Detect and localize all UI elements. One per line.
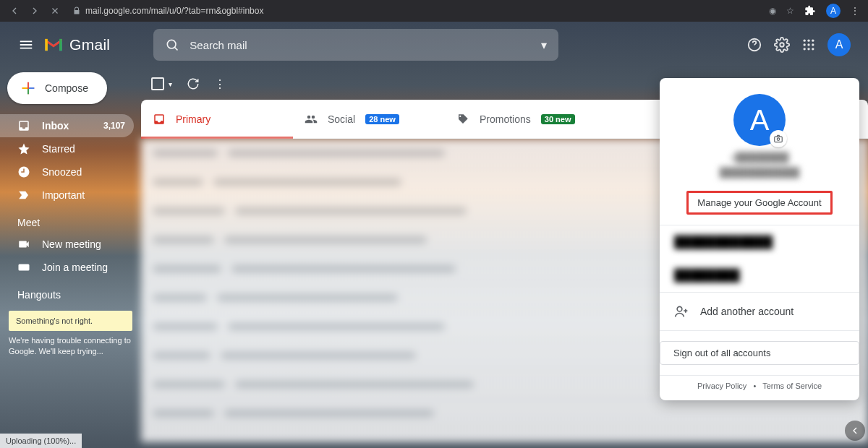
compose-label: Compose [45,82,88,94]
account-avatar[interactable]: A [827,33,851,56]
more-icon[interactable]: ⋮ [214,77,226,91]
clock-icon [17,165,30,178]
svg-point-7 [807,43,809,46]
back-icon[interactable] [6,2,23,20]
browser-toolbar: mail.google.com/mail/u/0/?tab=rm&ogbl#in… [0,0,868,22]
svg-point-2 [780,43,784,47]
select-all-checkbox[interactable]: ▾ [151,77,172,90]
inbox-icon [17,119,30,132]
svg-point-15 [677,306,682,311]
tab-label: Primary [176,113,210,125]
svg-point-14 [777,138,780,141]
sidebar-label: Inbox [42,120,69,132]
svg-rect-12 [19,264,30,271]
browser-profile-avatar[interactable]: A [826,4,841,18]
people-icon [305,113,318,126]
search-bar[interactable]: ▾ [153,29,558,61]
sidebar-item-starred[interactable]: Starred [0,137,134,160]
meet-section-title: Meet [0,207,141,233]
settings-icon[interactable] [774,37,790,53]
gmail-logo[interactable]: Gmail [43,36,110,53]
account-row[interactable]: ████████ [660,259,859,292]
svg-rect-13 [775,137,783,142]
tab-primary[interactable]: Primary [141,100,293,138]
important-icon [17,189,30,202]
url-text: mail.google.com/mail/u/0/?tab=rm&ogbl#in… [85,6,263,16]
sidebar-item-inbox[interactable]: Inbox 3,107 [0,114,134,137]
svg-point-3 [804,40,806,42]
account-name-area: a████████████████████ [660,150,859,188]
svg-point-10 [807,48,809,50]
inbox-count: 3,107 [103,121,125,131]
svg-point-11 [812,48,814,50]
forward-icon[interactable] [26,2,43,20]
new-meeting-button[interactable]: New meeting [0,233,134,256]
terms-link[interactable]: Terms of Service [762,382,822,390]
main-menu-icon[interactable] [12,30,41,59]
sidebar-label: New meeting [42,238,101,250]
address-bar[interactable]: mail.google.com/mail/u/0/?tab=rm&ogbl#in… [72,6,769,16]
sidebar-label: Important [42,189,85,201]
plus-icon [20,80,36,96]
account-avatar-large[interactable]: A [733,94,786,146]
sidebar-item-snoozed[interactable]: Snoozed [0,160,134,184]
join-meeting-button[interactable]: Join a meeting [0,256,134,279]
svg-point-9 [804,48,806,50]
chrome-menu-icon[interactable]: ⋮ [851,6,859,16]
side-panel-toggle[interactable] [845,421,865,441]
tab-label: Social [328,113,355,125]
hangouts-section-title: Hangouts [0,279,141,305]
hangouts-warning: Something's not right. [9,311,132,331]
star-icon [17,142,30,155]
extensions-icon[interactable] [804,5,816,17]
tab-social[interactable]: Social 28 new [293,100,445,138]
sidebar-label: Snoozed [42,166,82,178]
video-icon [17,238,30,251]
compose-button[interactable]: Compose [7,72,107,104]
app-header: Gmail ▾ A [0,22,868,68]
gmail-icon [43,37,64,53]
camera-icon[interactable] [770,130,787,147]
svg-point-8 [812,43,814,46]
manage-account-button[interactable]: Manage your Google Account [686,191,832,215]
svg-point-4 [807,40,809,42]
add-account-label: Add another account [700,306,793,317]
search-icon [165,38,179,52]
status-bar: Uploading (100%)... [0,434,82,448]
sidebar: Compose Inbox 3,107 Starred Snoozed Impo… [0,68,141,448]
privacy-link[interactable]: Privacy Policy [697,382,746,390]
svg-point-0 [168,40,176,48]
star-icon[interactable]: ☆ [786,6,794,16]
eye-icon[interactable]: ◉ [769,6,776,16]
search-input[interactable] [190,39,535,51]
apps-icon[interactable] [801,38,816,52]
tab-promotions[interactable]: Promotions 30 new [445,100,597,138]
keyboard-icon [17,261,30,274]
promotions-badge: 30 new [541,114,575,124]
sidebar-item-important[interactable]: Important [0,184,134,207]
hangouts-message: We're having trouble connecting to Googl… [9,335,132,357]
svg-point-5 [812,40,814,42]
sign-out-button[interactable]: Sign out of all accounts [660,341,859,365]
stop-icon[interactable] [46,2,64,20]
tag-icon [456,113,469,126]
search-options-icon[interactable]: ▾ [541,38,547,52]
person-add-icon [674,304,689,319]
lock-icon [72,7,81,15]
sidebar-label: Join a meeting [42,262,108,273]
account-row[interactable]: ████████████ [660,225,859,259]
svg-point-6 [804,43,806,46]
refresh-icon[interactable] [187,77,200,90]
sidebar-label: Starred [42,143,75,155]
popover-footer: Privacy Policy • Terms of Service [660,376,859,390]
tab-label: Promotions [480,113,531,125]
add-account-button[interactable]: Add another account [660,293,859,330]
primary-icon [153,113,166,126]
account-popover: A a████████████████████ Manage your Goog… [660,78,859,400]
app-name: Gmail [69,36,110,53]
social-badge: 28 new [365,114,399,124]
help-icon[interactable] [746,37,762,53]
